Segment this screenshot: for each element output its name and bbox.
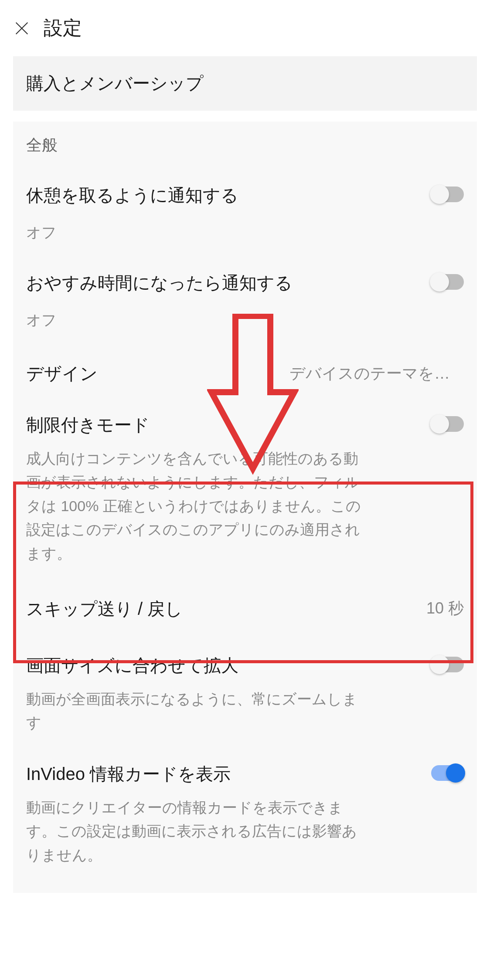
skip-value: 10 秒 (426, 598, 464, 619)
design-value: デバイスのテーマを使… (289, 363, 464, 384)
invideo-toggle[interactable] (431, 765, 464, 781)
bedtime-reminder-status: オフ (26, 309, 422, 331)
break-reminder-status: オフ (26, 221, 422, 244)
bedtime-reminder-row[interactable]: おやすみ時間になったら通知する オフ (26, 257, 464, 344)
zoom-fit-row[interactable]: 画面サイズに合わせて拡大 動画が全画面表示になるように、常にズームします (26, 639, 464, 748)
restricted-mode-toggle[interactable] (431, 416, 464, 432)
page-title: 設定 (44, 15, 82, 41)
purchases-membership-title: 購入とメンバーシップ (26, 71, 464, 95)
break-reminder-toggle[interactable] (431, 187, 464, 202)
close-icon[interactable] (13, 20, 31, 37)
design-row[interactable]: デザイン デバイスのテーマを使… (26, 344, 464, 399)
skip-title: スキップ送り / 戻し (26, 596, 183, 622)
restricted-mode-description: 成人向けコンテンツを含んでいる可能性のある動画が表示されないようにします。ただし… (26, 447, 366, 565)
zoom-fit-description: 動画が全画面表示になるように、常にズームします (26, 687, 366, 735)
bedtime-reminder-toggle[interactable] (431, 274, 464, 290)
general-section: 全般 休憩を取るように通知する オフ おやすみ時間になったら通知する オフ デザ… (13, 122, 477, 893)
invideo-row[interactable]: InVideo 情報カードを表示 動画にクリエイターの情報カードを表示できます。… (26, 748, 464, 880)
restricted-mode-row[interactable]: 制限付きモード 成人向けコンテンツを含んでいる可能性のある動画が表示されないよう… (26, 399, 464, 578)
zoom-fit-toggle[interactable] (431, 657, 464, 672)
design-title: デザイン (26, 362, 98, 386)
break-reminder-row[interactable]: 休憩を取るように通知する オフ (26, 169, 464, 257)
zoom-fit-title: 画面サイズに合わせて拡大 (26, 652, 422, 678)
invideo-description: 動画にクリエイターの情報カードを表示できます。この設定は動画に表示される広告には… (26, 796, 366, 867)
purchases-membership-row[interactable]: 購入とメンバーシップ (13, 56, 477, 111)
bedtime-reminder-title: おやすみ時間になったら通知する (26, 270, 422, 296)
skip-row[interactable]: スキップ送り / 戻し 10 秒 (26, 578, 464, 639)
restricted-mode-title: 制限付きモード (26, 412, 422, 438)
break-reminder-title: 休憩を取るように通知する (26, 182, 422, 208)
general-label: 全般 (26, 130, 464, 169)
header: 設定 (0, 0, 490, 56)
invideo-title: InVideo 情報カードを表示 (26, 761, 422, 787)
